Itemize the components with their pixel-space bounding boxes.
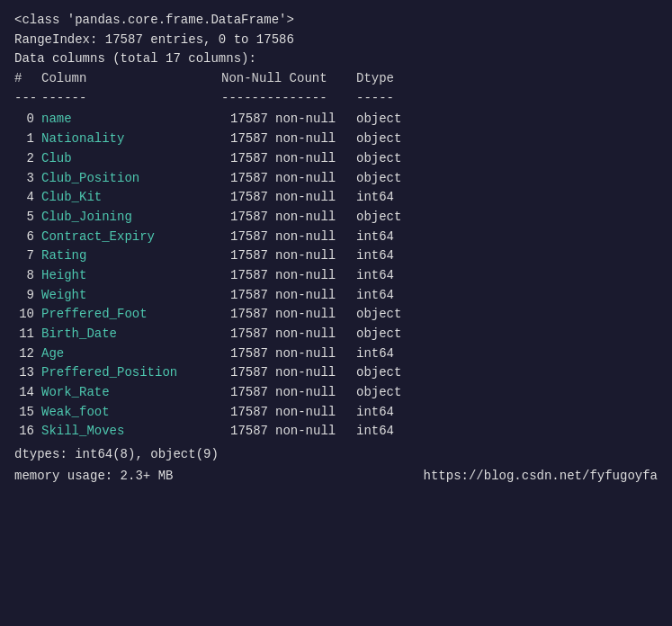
dtype-value: object [356, 169, 401, 189]
row-index: 0 [14, 110, 41, 130]
table-header: # Column Non-Null Count Dtype [14, 69, 658, 89]
non-null-count: 17587 [221, 169, 275, 189]
sep-dtype: ----- [356, 89, 394, 109]
column-name: Nationality [41, 130, 221, 149]
non-null-count: 17587 [221, 228, 275, 247]
dtype-value: object [356, 130, 401, 149]
row-index: 9 [14, 286, 41, 306]
header-column: Column [41, 69, 221, 89]
non-null-count: 17587 [221, 208, 275, 228]
non-null-label: non-null [275, 305, 356, 325]
row-index: 12 [14, 344, 41, 364]
column-name: Club_Position [41, 169, 221, 189]
non-null-label: non-null [275, 246, 356, 266]
table-row: 6Contract_Expiry17587non-nullint64 [14, 228, 658, 247]
table-row: 5Club_Joining17587non-nullobject [14, 208, 658, 228]
column-name: Club_Joining [41, 208, 221, 228]
row-index: 15 [14, 403, 41, 423]
memory-text: memory usage: 2.3+ MB [14, 467, 173, 487]
dtype-value: int64 [356, 266, 394, 286]
non-null-count: 17587 [221, 305, 275, 325]
dtype-value: int64 [356, 286, 394, 306]
non-null-count: 17587 [221, 403, 275, 423]
header-nonnull: Non-Null Count [221, 69, 356, 89]
header-dtype: Dtype [356, 69, 394, 89]
table-row: 4Club_Kit17587non-nullint64 [14, 188, 658, 208]
data-columns-line: Data columns (total 17 columns): [14, 49, 658, 69]
range-index-line: RangeIndex: 17587 entries, 0 to 17586 [14, 31, 658, 50]
non-null-count: 17587 [221, 149, 275, 169]
row-index: 4 [14, 188, 41, 208]
column-name: Height [41, 266, 221, 286]
non-null-count: 17587 [221, 422, 275, 442]
non-null-count: 17587 [221, 325, 275, 344]
row-index: 5 [14, 208, 41, 228]
row-index: 14 [14, 383, 41, 403]
non-null-label: non-null [275, 149, 356, 169]
class-line: <class 'pandas.core.frame.DataFrame'> [14, 11, 658, 31]
non-null-count: 17587 [221, 383, 275, 403]
non-null-count: 17587 [221, 344, 275, 364]
row-index: 2 [14, 149, 41, 169]
separator-row: --- ------ -------------- ----- [14, 89, 658, 109]
column-name: Contract_Expiry [41, 228, 221, 247]
non-null-count: 17587 [221, 266, 275, 286]
column-name: Work_Rate [41, 383, 221, 403]
non-null-label: non-null [275, 403, 356, 423]
sep-nonnull: -------------- [221, 89, 356, 109]
column-name: Skill_Moves [41, 422, 221, 442]
column-name: Club [41, 149, 221, 169]
table-row: 8Height17587non-nullint64 [14, 266, 658, 286]
table-row: 16Skill_Moves17587non-nullint64 [14, 422, 658, 442]
row-index: 7 [14, 246, 41, 266]
dtype-value: int64 [356, 188, 394, 208]
row-index: 13 [14, 363, 41, 383]
dtypes-line: dtypes: int64(8), object(9) [14, 445, 658, 465]
non-null-label: non-null [275, 208, 356, 228]
table-row: 9Weight17587non-nullint64 [14, 286, 658, 306]
column-name: Weak_foot [41, 403, 221, 423]
dtype-value: object [356, 208, 401, 228]
dtype-value: object [356, 110, 401, 130]
row-index: 1 [14, 130, 41, 149]
column-name: Age [41, 344, 221, 364]
column-name: Birth_Date [41, 325, 221, 344]
non-null-label: non-null [275, 228, 356, 247]
non-null-count: 17587 [221, 110, 275, 130]
column-name: name [41, 110, 221, 130]
column-name: Club_Kit [41, 188, 221, 208]
dtype-value: object [356, 363, 401, 383]
non-null-label: non-null [275, 169, 356, 189]
dtype-value: object [356, 383, 401, 403]
dtype-value: int64 [356, 422, 394, 442]
column-name: Weight [41, 286, 221, 306]
table-row: 13Preffered_Position17587non-nullobject [14, 363, 658, 383]
non-null-label: non-null [275, 266, 356, 286]
sep-hash: --- [14, 89, 41, 109]
sep-column: ------ [41, 89, 221, 109]
blog-url: https://blog.csdn.net/fyfugoyfa [424, 467, 658, 487]
table-row: 12Age17587non-nullint64 [14, 344, 658, 364]
dtype-value: int64 [356, 403, 394, 423]
table-body: 0name17587non-nullobject1Nationality1758… [14, 110, 658, 442]
non-null-count: 17587 [221, 130, 275, 149]
row-index: 11 [14, 325, 41, 344]
header-hash: # [14, 69, 41, 89]
non-null-label: non-null [275, 325, 356, 344]
table-row: 2Club17587non-nullobject [14, 149, 658, 169]
column-name: Rating [41, 246, 221, 266]
dtype-value: object [356, 325, 401, 344]
non-null-label: non-null [275, 286, 356, 306]
row-index: 6 [14, 228, 41, 247]
table-row: 15Weak_foot17587non-nullint64 [14, 403, 658, 423]
non-null-label: non-null [275, 110, 356, 130]
dtype-value: object [356, 149, 401, 169]
memory-line: memory usage: 2.3+ MB https://blog.csdn.… [14, 467, 658, 487]
column-name: Preffered_Foot [41, 305, 221, 325]
table-row: 7Rating17587non-nullint64 [14, 246, 658, 266]
non-null-label: non-null [275, 188, 356, 208]
table-row: 1Nationality17587non-nullobject [14, 130, 658, 149]
non-null-count: 17587 [221, 246, 275, 266]
non-null-label: non-null [275, 344, 356, 364]
non-null-label: non-null [275, 130, 356, 149]
